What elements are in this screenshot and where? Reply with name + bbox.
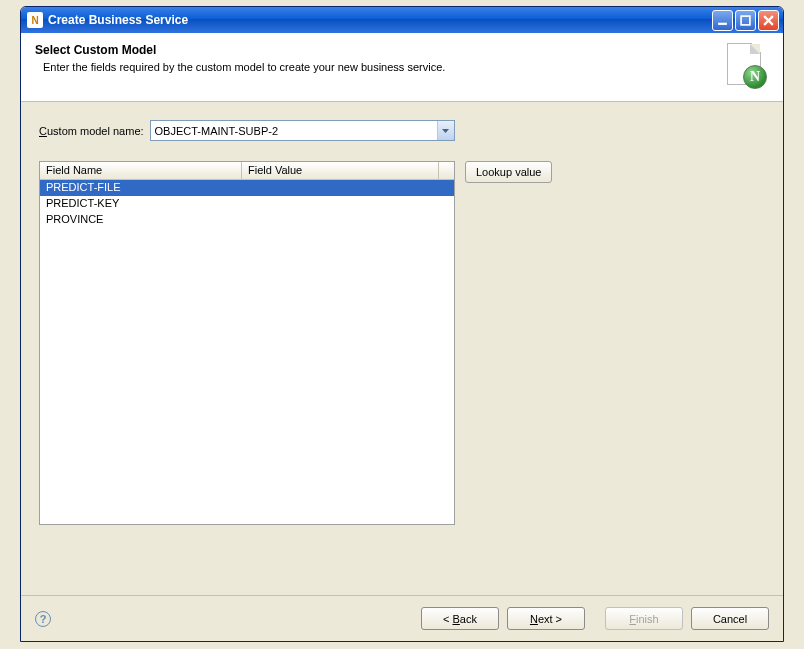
table-row[interactable]	[40, 468, 454, 484]
table-row[interactable]	[40, 484, 454, 500]
maximize-icon	[740, 15, 751, 26]
combo-dropdown-button[interactable]	[437, 121, 454, 140]
close-button[interactable]	[758, 10, 779, 31]
maximize-button[interactable]	[735, 10, 756, 31]
n-badge-icon: N	[743, 65, 767, 89]
table-row[interactable]	[40, 452, 454, 468]
page-description: Enter the fields required by the custom …	[43, 61, 715, 73]
table-row[interactable]	[40, 228, 454, 244]
next-button[interactable]: Next >	[507, 607, 585, 630]
table-row[interactable]	[40, 388, 454, 404]
cell-name: PREDICT-KEY	[40, 196, 242, 212]
content-area: Custom model name: OBJECT-MAINT-SUBP-2 F…	[21, 102, 783, 595]
minimize-icon	[717, 15, 728, 26]
cell-value	[242, 212, 454, 228]
model-name-combo[interactable]: OBJECT-MAINT-SUBP-2	[150, 120, 455, 141]
cell-value	[242, 196, 454, 212]
table-row[interactable]	[40, 260, 454, 276]
table-row[interactable]: PREDICT-KEY	[40, 196, 454, 212]
window-title: Create Business Service	[48, 13, 188, 27]
col-field-value[interactable]: Field Value	[242, 162, 438, 179]
table-row[interactable]	[40, 420, 454, 436]
table-row[interactable]: PREDICT-FILE	[40, 180, 454, 196]
table-area: Field Name Field Value PREDICT-FILE PRED…	[39, 161, 765, 525]
model-name-label: Custom model name:	[39, 125, 144, 137]
model-name-row: Custom model name: OBJECT-MAINT-SUBP-2	[39, 120, 765, 141]
table-row[interactable]	[40, 372, 454, 388]
close-icon	[763, 15, 774, 26]
table-row[interactable]	[40, 340, 454, 356]
table-row[interactable]	[40, 436, 454, 452]
table-row[interactable]	[40, 356, 454, 372]
col-field-name[interactable]: Field Name	[40, 162, 242, 179]
table-row[interactable]	[40, 244, 454, 260]
page-title: Select Custom Model	[35, 43, 715, 57]
table-row[interactable]	[40, 276, 454, 292]
table-row[interactable]	[40, 292, 454, 308]
wizard-window: N Create Business Service Select Custom …	[20, 6, 784, 642]
finish-button: Finish	[605, 607, 683, 630]
back-button[interactable]: < Back	[421, 607, 499, 630]
field-grid[interactable]: Field Name Field Value PREDICT-FILE PRED…	[39, 161, 455, 525]
wizard-icon: N	[725, 43, 767, 89]
table-row[interactable]	[40, 324, 454, 340]
grid-header[interactable]: Field Name Field Value	[40, 162, 454, 180]
cell-name: PROVINCE	[40, 212, 242, 228]
cell-name: PREDICT-FILE	[40, 180, 242, 196]
chevron-down-icon	[442, 129, 449, 133]
table-row[interactable]	[40, 404, 454, 420]
app-icon: N	[27, 12, 43, 28]
col-spacer	[438, 162, 454, 179]
cell-value	[242, 180, 454, 196]
help-button[interactable]: ?	[35, 611, 51, 627]
table-row[interactable]	[40, 500, 454, 516]
minimize-button[interactable]	[712, 10, 733, 31]
table-row[interactable]	[40, 308, 454, 324]
grid-body[interactable]: PREDICT-FILE PREDICT-KEY PROVINCE	[40, 180, 454, 524]
model-name-value: OBJECT-MAINT-SUBP-2	[155, 125, 437, 137]
wizard-header: Select Custom Model Enter the fields req…	[21, 33, 783, 102]
wizard-footer: ? < Back Next > Finish Cancel	[21, 595, 783, 641]
svg-rect-1	[741, 16, 750, 25]
table-row[interactable]: PROVINCE	[40, 212, 454, 228]
lookup-value-button[interactable]: Lookup value	[465, 161, 552, 183]
cancel-button[interactable]: Cancel	[691, 607, 769, 630]
svg-rect-0	[718, 22, 727, 24]
titlebar[interactable]: N Create Business Service	[21, 7, 783, 33]
